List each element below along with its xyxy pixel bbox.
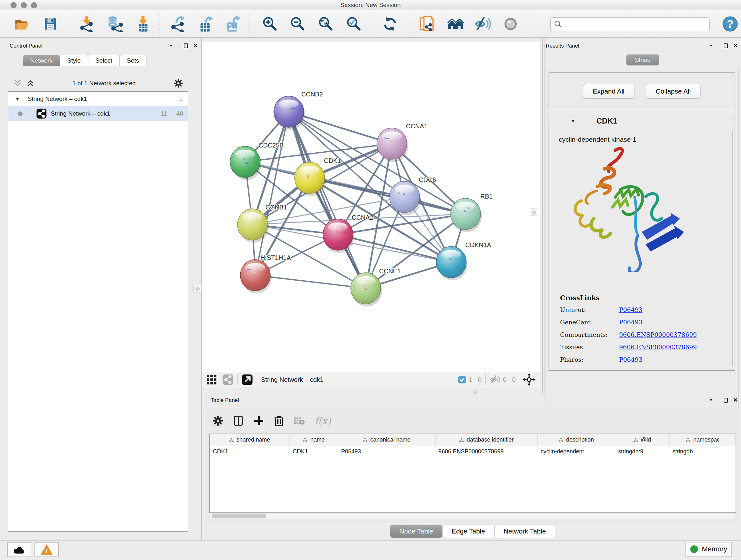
col-canonical-name[interactable]: canonical name	[338, 434, 435, 446]
network-row-selected[interactable]: String Network – cdk1 11 48	[8, 106, 188, 121]
show-columns-icon[interactable]	[233, 415, 244, 426]
toolbar-separator	[159, 14, 160, 34]
delete-column-trash-icon[interactable]	[274, 415, 284, 426]
memory-button[interactable]: Memory	[685, 542, 732, 557]
panel-menu-icon[interactable]: ▼	[709, 44, 713, 48]
zoom-fit-icon	[318, 16, 333, 32]
crosslink-uniprot-link[interactable]: P06493	[619, 306, 643, 313]
expand-all-button[interactable]: Expand All	[583, 84, 634, 99]
network-view-toolbar: String Network – cdk1 1 - 0 0 - 0	[202, 372, 540, 387]
string-home-button[interactable]	[447, 15, 465, 33]
panel-close-icon[interactable]: ✕	[733, 43, 738, 49]
tab-network-table[interactable]: Network Table	[494, 524, 555, 538]
open-session-button[interactable]	[12, 15, 31, 33]
panel-close-icon[interactable]: ✕	[733, 397, 738, 403]
collapse-all-icon[interactable]	[13, 79, 22, 88]
panel-float-icon[interactable]	[184, 44, 188, 48]
tab-select[interactable]: Select	[88, 55, 120, 66]
scrollbar-thumb[interactable]	[212, 514, 266, 518]
col-database-identifier[interactable]: database identifier	[435, 434, 537, 446]
node-table[interactable]: shared name name canonical name database…	[209, 434, 736, 513]
zoom-in-button[interactable]	[260, 15, 279, 33]
hidden-eye-icon[interactable]	[489, 375, 500, 384]
create-column-plus-icon[interactable]	[253, 415, 264, 426]
collapse-all-button[interactable]: Collapse All	[646, 84, 701, 99]
crosslink-label: Tissues:	[560, 344, 619, 351]
toolbar-separator	[68, 14, 68, 34]
network-canvas[interactable]: CCNB2CCNA1CDC25BCDK1CDC6RB1CCNB1CCNA2CDK…	[202, 42, 540, 372]
fit-content-crosshair-icon[interactable]	[523, 373, 536, 386]
import-network-from-database-button[interactable]	[106, 15, 124, 33]
warnings-button[interactable]: !	[35, 543, 59, 557]
import-network-icon	[78, 16, 95, 32]
network-view-title: String Network – cdk1	[261, 376, 324, 383]
bottom-splitter-handle[interactable]	[472, 390, 477, 394]
crosslink-pharos-link[interactable]: P06493	[619, 356, 643, 363]
crosslink-genecard-link[interactable]: P06493	[619, 319, 643, 326]
tab-style[interactable]: Style	[60, 55, 88, 66]
glass-ball-effect-button[interactable]	[501, 15, 520, 33]
table-row[interactable]: CDK1 CDK1 P06493 9606.ENSP00000378699 cy…	[210, 446, 736, 457]
table-settings-gear-icon[interactable]	[212, 415, 223, 426]
tree-disclosure-icon[interactable]: ▼	[15, 97, 19, 102]
col-name[interactable]: name	[289, 434, 338, 446]
crosslink-label: GeneCard:	[560, 319, 619, 326]
network-collection-row[interactable]: ▼ String Network – cdk1 1	[8, 91, 188, 106]
birds-eye-view-icon[interactable]	[242, 374, 253, 385]
cloud-status-button[interactable]	[7, 543, 31, 557]
gear-icon[interactable]	[174, 78, 183, 88]
string-protein-query-button[interactable]	[418, 15, 436, 33]
zoom-out-button[interactable]	[288, 15, 307, 33]
zoom-selected-icon	[346, 16, 361, 32]
panel-menu-icon[interactable]: ▼	[169, 44, 173, 48]
help-button[interactable]: ?	[721, 15, 739, 33]
search-input[interactable]	[565, 18, 709, 30]
export-network-button[interactable]	[170, 15, 188, 33]
apply-layout-button[interactable]	[381, 15, 399, 33]
svg-text:?: ?	[727, 17, 734, 30]
panel-menu-icon[interactable]: ▼	[709, 398, 713, 402]
cdk1-section-header[interactable]: ▼ CDK1	[549, 113, 735, 129]
share-view-icon[interactable]	[222, 374, 233, 385]
export-table-button[interactable]	[197, 15, 215, 33]
tab-string[interactable]: String	[626, 54, 659, 65]
grid-view-icon[interactable]	[206, 374, 217, 385]
main-toolbar: ?	[0, 10, 741, 38]
zoom-in-icon	[262, 16, 278, 32]
table-header-row[interactable]: shared name name canonical name database…	[210, 434, 736, 446]
tab-node-table[interactable]: Node Table	[390, 524, 442, 538]
left-splitter-handle[interactable]	[193, 285, 201, 293]
import-network-file-button[interactable]	[77, 15, 96, 33]
panel-float-icon[interactable]	[724, 44, 728, 48]
memory-label: Memory	[702, 545, 727, 553]
hidden-counts: 0 - 0	[503, 376, 516, 383]
horizontal-scrollbar[interactable]	[210, 514, 735, 518]
network-label: String Network – cdk1	[51, 110, 110, 117]
enhanced-labels-toggle-button[interactable]	[473, 15, 492, 33]
right-panel-divider-a[interactable]	[542, 38, 543, 393]
right-splitter-handle[interactable]	[530, 208, 537, 216]
export-image-button[interactable]	[224, 15, 242, 33]
crosslink-tissues-link[interactable]: 9606.ENSP00000378699	[619, 344, 697, 351]
network-selection-status: 1 of 1 Network selected	[35, 80, 174, 87]
col-namespace[interactable]: namespac	[669, 434, 736, 446]
network-graph[interactable]: CCNB2CCNA1CDC25BCDK1CDC6RB1CCNB1CCNA2CDK…	[202, 42, 540, 372]
import-table-button[interactable]	[134, 15, 152, 33]
panel-float-icon[interactable]	[724, 398, 728, 402]
left-panel-divider[interactable]	[201, 38, 202, 540]
tab-network[interactable]: Network	[23, 55, 60, 66]
save-session-button[interactable]	[41, 15, 60, 33]
panel-close-icon[interactable]: ✕	[193, 43, 198, 49]
expand-all-icon[interactable]	[26, 79, 35, 88]
tab-edge-table[interactable]: Edge Table	[442, 524, 494, 538]
col-description[interactable]: description	[537, 434, 615, 446]
selected-checkbox-icon[interactable]	[458, 375, 466, 384]
zoom-selected-button[interactable]	[344, 15, 363, 33]
tab-sets[interactable]: Sets	[120, 55, 146, 66]
zoom-fit-button[interactable]	[316, 15, 335, 33]
col-id[interactable]: @id	[615, 434, 669, 446]
col-shared-name[interactable]: shared name	[210, 434, 289, 446]
refresh-icon	[382, 16, 398, 32]
crosslink-compartments-link[interactable]: 9606.ENSP00000378699	[619, 331, 697, 338]
section-disclosure-icon[interactable]: ▼	[570, 118, 576, 124]
